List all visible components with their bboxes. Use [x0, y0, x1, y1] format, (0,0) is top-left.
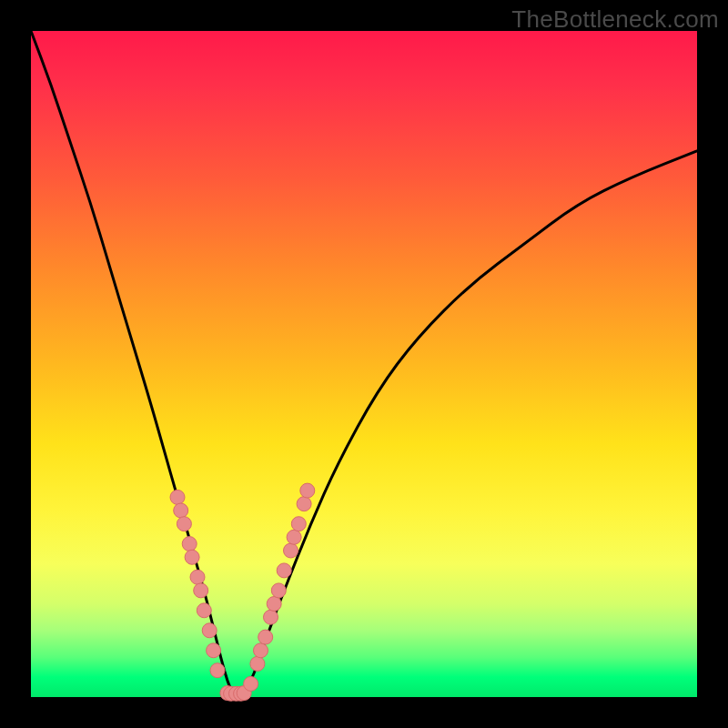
marker-point: [170, 490, 185, 504]
marker-point: [197, 603, 211, 618]
marker-point: [277, 563, 291, 578]
marker-point: [182, 537, 197, 551]
marker-point: [207, 643, 221, 658]
bottleneck-curve: [31, 31, 697, 695]
curve-line: [31, 31, 697, 695]
chart-svg: [0, 0, 728, 728]
curve-markers: [170, 483, 315, 701]
marker-point: [297, 497, 311, 511]
marker-point: [291, 517, 306, 531]
marker-point: [174, 503, 188, 518]
marker-point: [210, 663, 225, 678]
marker-point: [194, 583, 208, 598]
marker-point: [271, 583, 286, 598]
marker-point: [258, 630, 273, 644]
marker-point: [267, 597, 281, 612]
marker-point: [287, 530, 301, 544]
marker-point: [185, 550, 199, 564]
chart-frame: TheBottleneck.com: [0, 0, 728, 728]
marker-point: [300, 483, 315, 498]
marker-point: [244, 676, 258, 691]
marker-point: [284, 543, 298, 558]
marker-point: [177, 517, 191, 531]
marker-point: [190, 570, 205, 584]
marker-point: [264, 610, 278, 624]
marker-point: [250, 656, 265, 671]
marker-point: [254, 643, 268, 658]
marker-point: [202, 623, 217, 638]
